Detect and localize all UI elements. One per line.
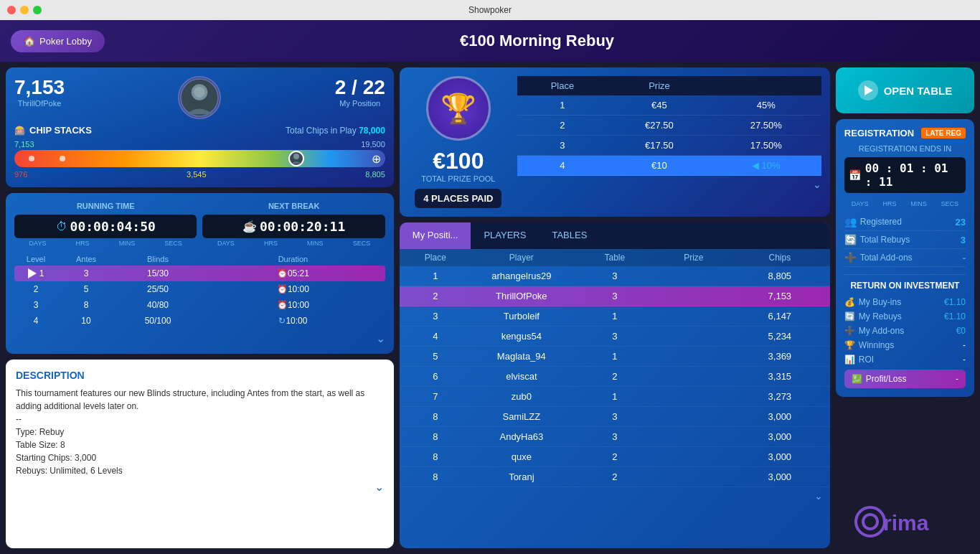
running-time-icon: ⏱ [56,220,67,233]
player-row: 1 arhangelrus29 3 8,805 [400,266,830,286]
levels-scroll-down[interactable]: ⌄ [376,332,385,345]
close-button[interactable] [7,6,16,14]
minimize-button[interactable] [20,6,29,14]
desc-scroll-down[interactable]: ⌄ [374,481,384,493]
right-panel: OPEN TABLE REGISTRATION LATE REG REGISTR… [836,67,974,548]
player-row: 4 kengus54 3 5,234 [400,327,830,347]
addons-roi: ➕My Add-ons €0 [844,324,966,338]
buy-ins-icon: 💰 [844,297,855,307]
player-row: 8 Toranj 2 3,000 [400,467,830,487]
mid-panel: 🏆 €100 TOTAL PRIZE POOL 4 PLACES PAID Pl… [400,67,830,548]
prize-table: Place Prize 1 €45 45% 2 €27 [517,76,821,176]
blinds-col-header: Blinds [115,255,201,263]
prize-pool-amount: €100 [433,148,484,174]
timer-card: RUNNING TIME ⏱ 00:00:04:50 DAYS HRS MINS… [6,193,394,354]
reg-timer-value: 00 : 01 : 01 : 11 [865,161,961,189]
window-controls [7,6,42,14]
prize-row: 1 €45 45% [517,95,821,116]
home-icon: 🏠 [24,36,35,47]
running-time-label: RUNNING TIME [14,202,197,210]
position-value: 2 / 22 [335,76,385,99]
addons-icon: ➕ [844,252,857,263]
table-col: Table [579,253,651,263]
topbar: 🏠 Poker Lobby €100 Morning Rebuy [0,20,980,62]
roi-icon: 📊 [844,355,855,365]
tab-my-position[interactable]: My Positi... [400,222,471,249]
rebuys-icon: 🔄 [844,234,857,245]
player-chip-info: 7,153 ThrillOfPoke [14,76,65,108]
prize-row: 2 €27.50 27.50% [517,116,821,136]
registration-card: REGISTRATION LATE REG REGISTRATION ENDS … [836,119,974,397]
play-circle-icon [858,80,878,100]
addons-stat: ➕Total Add-ons - [844,249,966,267]
tab-tables[interactable]: TABLES [539,222,600,249]
svg-point-3 [293,154,299,159]
roi-row: 📊ROI - [844,352,966,367]
maximize-button[interactable] [33,6,42,14]
player-avatar [178,76,221,119]
buy-ins-roi: 💰My Buy-ins €1.10 [844,295,966,309]
winnings-icon: 🏆 [844,340,855,350]
next-break-icon: ☕ [242,220,257,233]
players-scroll-down[interactable]: ⌄ [814,490,823,502]
rebuys-stat: 🔄Total Rebuys 3 [844,231,966,249]
level-row: 3 8 40/80 ⏰ 10:00 [14,297,385,313]
level-row: 4 10 50/100 ↻ 10:00 [14,313,385,329]
reg-ends-label: REGISTRATION ENDS IN [844,144,966,153]
position-info: 2 / 22 My Position [335,76,385,108]
winnings-roi: 🏆Winnings - [844,338,966,352]
description-text: This tournament features our new Blinds … [16,387,384,477]
prize-pool-card: 🏆 €100 TOTAL PRIZE POOL 4 PLACES PAID Pl… [400,67,830,217]
registered-icon: 👥 [844,216,857,227]
player-row: 6 elviscat 2 3,315 [400,367,830,387]
roi-title: RETURN ON INVESTMENT [844,274,966,291]
lobby-label: Poker Lobby [39,36,92,47]
bar-max-chips: 19,500 [361,140,385,149]
prize-scroll-down[interactable]: ⌄ [813,179,821,190]
place-col-header: Place [517,76,608,95]
chips-col: Chips [737,253,823,263]
player-row: 8 SamiLZZ 3 3,000 [400,407,830,427]
tournament-title: €100 Morning Rebuy [105,32,969,50]
svg-point-2 [194,87,205,98]
level-row: 1 3 15/30 ⏰ 05:21 [14,266,385,281]
running-timer-value: 00:00:04:50 [70,219,156,234]
trophy-icon: 🏆 [440,92,476,126]
prize-row: 3 €17.50 17.50% [517,136,821,156]
titlebar: Showpoker [0,0,980,20]
level-row: 2 5 25/50 ⏰ 10:00 [14,281,385,297]
total-chips-label: Total Chips in Play 78,000 [286,126,385,136]
chip-stacks-title: 🎰 CHIP STACKS [14,125,92,136]
svg-point-5 [863,515,877,529]
antes-col-header: Antes [57,255,115,263]
player-row-highlight: 2 ThrillOfPoke 3 7,153 [400,286,830,306]
svg-text:rima: rima [883,511,929,535]
profit-loss-icon: 💹 [852,374,862,384]
levels-table: Level Antes Blinds Duration 1 3 15/30 ⏰ … [14,253,385,345]
main-content: 7,153 ThrillOfPoke 2 / 22 My Position [0,62,980,554]
place-col: Place [407,253,464,263]
rebuys-roi: 🔄My Rebuys €1.10 [844,309,966,324]
player-row: 5 Maglata_94 1 3,369 [400,347,830,367]
description-title: DESCRIPTION [16,370,384,381]
open-table-button[interactable]: OPEN TABLE [836,67,974,113]
places-paid-button[interactable]: 4 PLACES PAID [415,189,501,208]
chip-stacks-card: 7,153 ThrillOfPoke 2 / 22 My Position [6,67,394,187]
stack-numbers: 976 3,545 8,805 [14,170,385,179]
level-col-header: Level [14,255,57,263]
prize-col-header: Prize [608,76,711,95]
player-col: Player [464,253,579,263]
poker-lobby-button[interactable]: 🏠 Poker Lobby [11,30,105,52]
svg-point-4 [856,507,885,536]
registered-stat: 👥Registered 23 [844,213,966,231]
reg-timer-icon: 📅 [849,169,861,181]
late-reg-badge: LATE REG [921,128,966,138]
description-card: DESCRIPTION This tournament features our… [6,360,394,548]
player-rows-container: 1 arhangelrus29 3 8,805 2 ThrillOfPoke 3… [400,266,830,487]
trophy-icon-wrap: 🏆 [426,76,491,141]
profit-loss-row: 💹Profit/Loss - [844,370,966,388]
addons-roi-icon: ➕ [844,326,855,336]
tab-players[interactable]: PLAYERS [471,222,539,249]
next-break-label: NEXT BREAK [202,202,385,210]
players-tabs: My Positi... PLAYERS TABLES [400,222,830,249]
